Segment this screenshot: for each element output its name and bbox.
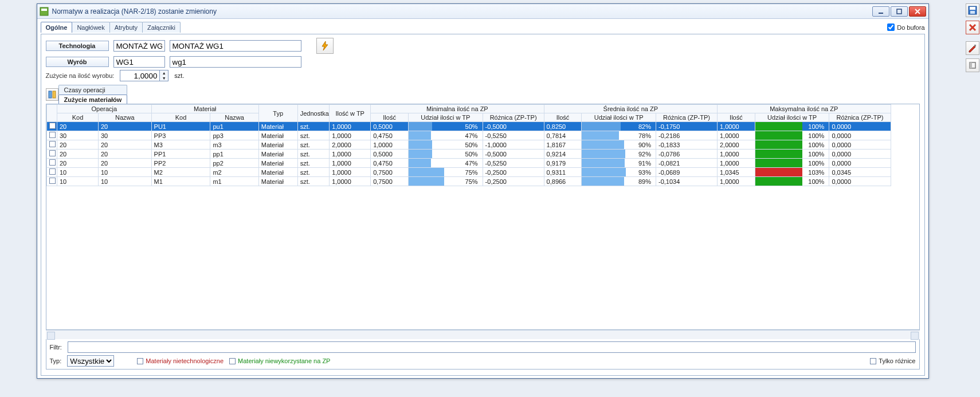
svg-rect-10: [970, 7, 975, 10]
hdr-ilosc-tp[interactable]: Ilość w TP: [330, 105, 371, 122]
hdr-mat-nazwa[interactable]: Nazwa: [210, 113, 258, 122]
wyrob-button[interactable]: Wyrób: [46, 57, 109, 67]
cancel-button[interactable]: [966, 21, 979, 34]
table-row[interactable]: 2020PU1pu1Materiałszt.1,00000,500050%-0,…: [46, 122, 891, 131]
wyrob-code-input[interactable]: [113, 56, 165, 68]
window-title: Normatyw a realizacja (NAR-2/18) zostani…: [52, 7, 872, 15]
grid-wrap[interactable]: Operacja Materiał Typ Jednostka Ilość w …: [46, 104, 920, 330]
hdr-min-ilosc[interactable]: Ilość: [371, 113, 409, 122]
svg-rect-1: [41, 9, 47, 11]
hdr-operacja[interactable]: Operacja: [57, 105, 152, 113]
typ-label: Typ:: [50, 357, 62, 364]
hdr-op-kod[interactable]: Kod: [57, 113, 99, 122]
table-row[interactable]: 2020M3m3Materiałszt.2,00001,000050%-1,00…: [46, 140, 891, 150]
edit-filter-button[interactable]: [966, 41, 979, 55]
spin-up-icon[interactable]: ▲: [160, 70, 168, 76]
maximize-button[interactable]: [891, 6, 908, 17]
svg-marker-6: [322, 41, 328, 50]
close-button[interactable]: [909, 6, 926, 17]
tab-nagłówek[interactable]: Nagłówek: [72, 22, 109, 33]
tab-panel-ogolne: Technologia Wyrób Zużycie na ilość wyrob…: [41, 34, 925, 376]
legend-nietechnologiczne: Materiały nietechnologiczne: [137, 357, 224, 364]
only-diff-checkbox[interactable]: Tylko różnice: [870, 357, 915, 364]
zuzycie-label: Zużycie na ilość wyrobu:: [46, 72, 115, 79]
hdr-min[interactable]: Minimalna ilość na ZP: [371, 105, 544, 113]
hdr-jednostka[interactable]: Jednostka: [297, 105, 330, 122]
horizontal-scrollbar[interactable]: [46, 330, 920, 339]
svg-rect-7: [49, 91, 52, 98]
filter-label: Filtr:: [50, 344, 62, 351]
technologia-name-input[interactable]: [170, 40, 301, 52]
hdr-avg-roznica[interactable]: Różnica (ZP-TP): [656, 113, 718, 122]
typ-select[interactable]: Wszystkie: [67, 355, 114, 367]
hdr-min-roznica[interactable]: Różnica (ZP-TP): [483, 113, 544, 122]
svg-rect-14: [974, 45, 976, 46]
app-icon: [40, 7, 49, 16]
svg-rect-16: [970, 62, 972, 68]
filter-input[interactable]: [68, 341, 916, 353]
hdr-mat-kod[interactable]: Kod: [151, 113, 210, 122]
config-columns-button[interactable]: [46, 88, 58, 101]
hdr-material[interactable]: Materiał: [151, 105, 258, 113]
hdr-min-udzial[interactable]: Udział ilości w TP: [409, 113, 483, 122]
subtab-1[interactable]: Zużycie materiałów: [58, 95, 128, 104]
subtab-0[interactable]: Czasy operacji: [58, 85, 128, 95]
hdr-avg-ilosc[interactable]: Ilość: [544, 113, 582, 122]
table-row[interactable]: 2020PP2pp2Materiałszt.1,00000,475047%-0,…: [46, 159, 891, 168]
main-window: Normatyw a realizacja (NAR-2/18) zostani…: [37, 3, 929, 379]
hdr-typ[interactable]: Typ: [258, 105, 297, 122]
buffer-checkbox-input[interactable]: [887, 23, 895, 31]
toggle-panel-button[interactable]: [966, 58, 979, 72]
minimize-button[interactable]: [872, 6, 889, 17]
hdr-max-ilosc[interactable]: Ilość: [717, 113, 755, 122]
technologia-code-input[interactable]: [113, 40, 165, 52]
grid-footer: Filtr: Typ: Wszystkie Materiały nietechn…: [46, 339, 920, 370]
materials-grid: Operacja Materiał Typ Jednostka Ilość w …: [46, 104, 891, 186]
hdr-avg-udzial[interactable]: Udział ilości w TP: [582, 113, 656, 122]
svg-rect-8: [53, 91, 56, 98]
svg-rect-3: [897, 9, 901, 14]
tab-załączniki[interactable]: Załączniki: [142, 22, 181, 33]
hdr-max[interactable]: Maksymalna ilość na ZP: [717, 105, 891, 113]
buffer-checkbox[interactable]: Do bufora: [887, 21, 924, 31]
table-row[interactable]: 1010M1m1Materiałszt.1,00000,750075%-0,25…: [46, 177, 891, 186]
hdr-avg[interactable]: Średnia ilość na ZP: [544, 105, 717, 113]
technologia-button[interactable]: Technologia: [46, 41, 109, 51]
main-tabs: OgólneNagłówekAtrybutyZałączniki: [41, 21, 180, 32]
zuzycie-input[interactable]: [120, 70, 160, 81]
right-toolbar: [965, 3, 980, 72]
tab-ogólne[interactable]: Ogólne: [41, 22, 73, 33]
spin-down-icon[interactable]: ▼: [160, 76, 168, 81]
save-button[interactable]: [966, 3, 979, 17]
table-row[interactable]: 1010M2m2Materiałszt.1,00000,750075%-0,25…: [46, 168, 891, 177]
hdr-max-roznica[interactable]: Różnica (ZP-TP): [829, 113, 891, 122]
tab-atrybuty[interactable]: Atrybuty: [109, 22, 143, 33]
table-row[interactable]: 2020PP1pp1Materiałszt.1,00000,500050%-0,…: [46, 150, 891, 159]
lightning-button[interactable]: [316, 38, 334, 54]
wyrob-name-input[interactable]: [170, 56, 301, 68]
hdr-op-nazwa[interactable]: Nazwa: [99, 113, 152, 122]
svg-rect-11: [970, 11, 975, 14]
table-row[interactable]: 3030PP3pp3Materiałszt.1,00000,475047%-0,…: [46, 131, 891, 140]
buffer-label: Do bufora: [897, 24, 924, 31]
zuzycie-stepper[interactable]: ▲▼: [120, 70, 168, 81]
hdr-max-udzial[interactable]: Udział ilości w TP: [755, 113, 829, 122]
zuzycie-unit: szt.: [174, 72, 184, 79]
legend-niewykorzystane: Materiały niewykorzystane na ZP: [229, 357, 330, 364]
titlebar: Normatyw a realizacja (NAR-2/18) zostani…: [37, 4, 928, 19]
